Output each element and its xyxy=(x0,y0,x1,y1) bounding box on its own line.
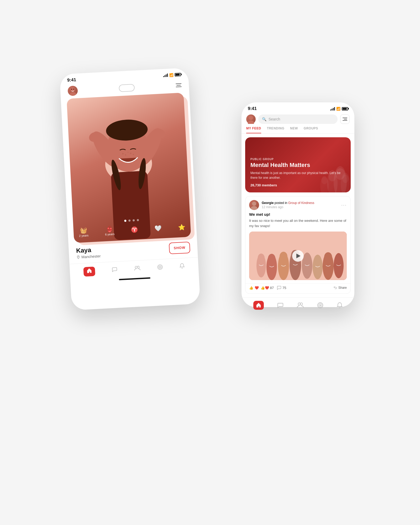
post-reactions: 👍 ❤️ 👍❤️ 87 75 Share xyxy=(245,283,350,293)
user-avatar-2[interactable] xyxy=(246,114,256,124)
search-bar[interactable]: 🔍 Search xyxy=(258,114,338,124)
star-icon: ⭐ xyxy=(178,224,185,230)
post-image[interactable] xyxy=(249,232,347,280)
tab-home[interactable] xyxy=(83,266,95,276)
stat-heart: 🤍 xyxy=(154,225,162,232)
svg-point-43 xyxy=(280,252,287,261)
group-link[interactable]: Group of Kindness xyxy=(288,201,314,205)
post-time: 12 minutes ago xyxy=(262,205,314,209)
svg-point-19 xyxy=(78,256,79,257)
author-avatar xyxy=(249,200,259,210)
user-avatar[interactable] xyxy=(67,86,78,96)
group-badge: PUBLIC GROUP xyxy=(250,158,345,161)
p2-tab-radio[interactable] xyxy=(317,302,323,308)
phone-1: 9:41 📶 xyxy=(60,68,200,310)
post-body: It was so nice to meet you all on the we… xyxy=(245,218,350,232)
svg-point-47 xyxy=(303,253,311,262)
share-button[interactable]: Share xyxy=(333,286,347,290)
battery-icon-2 xyxy=(342,107,348,111)
p2-tab-chat[interactable] xyxy=(277,302,284,308)
home-tab-icon xyxy=(86,268,92,275)
post-title: We met up! xyxy=(245,212,350,218)
filter-button-2[interactable] xyxy=(340,114,350,124)
underwear-label: 6 years xyxy=(105,232,115,236)
status-icons-1: 📶 xyxy=(163,72,181,77)
tab-chat[interactable] xyxy=(112,266,118,274)
status-icons-2: 📶 xyxy=(330,107,348,111)
heart-icon: 🤍 xyxy=(154,225,162,232)
group-title: Mental Health Matters xyxy=(250,162,345,169)
comment-count[interactable]: 75 xyxy=(277,286,286,290)
phone-2: 9:41 📶 🔍 Search xyxy=(242,102,354,307)
people-tab-icon xyxy=(134,265,140,273)
group-card[interactable]: PUBLIC GROUP Mental Health Matters Menta… xyxy=(245,137,351,192)
p2-tab-home[interactable] xyxy=(253,301,264,310)
tab-radio[interactable] xyxy=(157,264,163,272)
tab-groups[interactable]: GROUPS xyxy=(304,127,318,133)
radio-tab-icon xyxy=(157,264,163,272)
filter-icon[interactable] xyxy=(176,83,182,87)
tab-my-feed[interactable]: MY FEED xyxy=(246,127,261,133)
location-icon xyxy=(76,255,80,259)
svg-point-21 xyxy=(137,266,139,268)
bell-tab-icon xyxy=(179,263,185,270)
svg-point-39 xyxy=(258,254,265,262)
reactions-left: 👍 ❤️ 👍❤️ 87 75 xyxy=(249,286,286,290)
stat-period: 🧺 2 years xyxy=(79,228,89,238)
signal-icon xyxy=(163,73,168,77)
comment-icon xyxy=(277,286,281,290)
tab-new[interactable]: NEW xyxy=(290,127,298,133)
period-label: 2 years xyxy=(79,234,89,238)
dot-2 xyxy=(128,219,130,222)
play-button[interactable] xyxy=(292,250,304,262)
app-scene: 9:41 📶 xyxy=(66,39,354,486)
post-card: Georgie posted in Group of Kindness 12 m… xyxy=(245,196,351,294)
post-author: Georgie posted in Group of Kindness 12 m… xyxy=(249,200,314,210)
profile-location: Manchester xyxy=(76,254,101,259)
p2-tab-bell[interactable] xyxy=(337,302,343,308)
svg-point-24 xyxy=(159,266,160,267)
location-text: Manchester xyxy=(81,254,101,259)
dot-4 xyxy=(137,219,139,221)
play-triangle-icon xyxy=(296,254,301,258)
tab-people[interactable] xyxy=(134,265,140,273)
svg-point-53 xyxy=(335,254,342,262)
group-members: 26,730 members xyxy=(250,183,345,187)
time-2: 9:41 xyxy=(248,106,257,111)
dot-3 xyxy=(133,219,135,221)
phone2-tabbar xyxy=(242,297,354,312)
post-header: Georgie posted in Group of Kindness 12 m… xyxy=(245,196,350,212)
wifi-icon-2: 📶 xyxy=(336,107,340,111)
home-bar-1 xyxy=(119,277,150,280)
period-icon: 🧺 xyxy=(80,228,87,234)
svg-point-36 xyxy=(251,206,258,210)
author-info: Georgie posted in Group of Kindness 12 m… xyxy=(262,201,314,209)
reaction-count: 👍❤️ 87 xyxy=(261,286,274,290)
status-bar-2: 9:41 📶 xyxy=(242,102,354,113)
p2-tab-people[interactable] xyxy=(297,302,304,308)
svg-point-1 xyxy=(69,92,76,96)
heart-emoji: ❤️ xyxy=(255,286,259,290)
search-placeholder: Search xyxy=(269,117,280,121)
author-name: Georgie xyxy=(262,201,274,205)
underwear-icon: 👙 xyxy=(106,226,113,232)
profile-card[interactable]: 🧺 2 years 👙 6 years ♈ 🤍 ⭐ xyxy=(67,93,191,243)
share-label: Share xyxy=(338,286,347,290)
p2-home-icon xyxy=(256,302,261,308)
stat-zodiac: ♈ xyxy=(131,227,138,233)
share-icon xyxy=(333,286,337,290)
svg-point-41 xyxy=(268,254,275,263)
svg-point-20 xyxy=(135,266,137,268)
tab-bell[interactable] xyxy=(179,263,185,270)
more-options-button[interactable]: ··· xyxy=(341,202,347,208)
profile-name: Kaya xyxy=(76,246,100,254)
show-button[interactable]: SHOW xyxy=(169,242,190,254)
tab-trending[interactable]: TRENDING xyxy=(267,127,285,133)
svg-point-49 xyxy=(314,255,321,263)
posted-in-label: posted in xyxy=(275,201,288,205)
chat-tab-icon xyxy=(112,266,118,274)
battery-icon xyxy=(175,73,181,76)
emoji-reactions[interactable]: 👍 ❤️ 👍❤️ 87 xyxy=(249,286,274,290)
comment-number: 75 xyxy=(282,286,286,290)
stat-star: ⭐ xyxy=(178,224,185,230)
